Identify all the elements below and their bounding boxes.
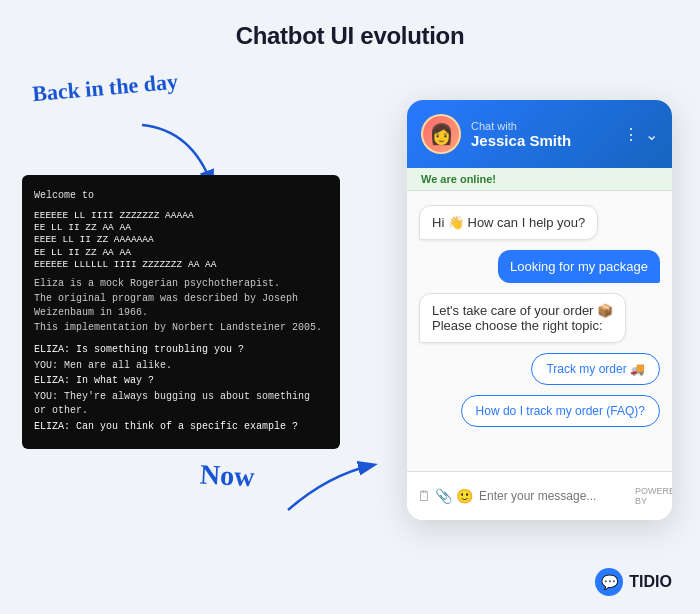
option-track-faq[interactable]: How do I track my order (FAQ)? [461, 395, 660, 427]
chat-messages: Hi 👋 How can I help you? Looking for my … [407, 191, 672, 471]
agent-name: Jessica Smith [471, 132, 613, 149]
terminal-dialog-5: ELIZA: Can you think of a specific examp… [34, 420, 328, 435]
terminal-ascii: EEEEEE LL IIII ZZZZZZZ AAAAA EE LL II ZZ… [34, 210, 328, 272]
chat-header: 👩 Chat with Jessica Smith ⋮ ⌄ [407, 100, 672, 168]
chat-header-info: Chat with Jessica Smith [471, 120, 613, 149]
attachment-icon[interactable]: 📎 [435, 488, 452, 504]
chat-input-icons: 🗒 📎 🙂 [417, 488, 473, 504]
arrow-now-icon [268, 455, 388, 525]
terminal-window: Welcome to EEEEEE LL IIII ZZZZZZZ AAAAA … [22, 175, 340, 449]
tidio-brand: 💬 TIDIO [595, 568, 672, 596]
tidio-icon: 💬 [595, 568, 623, 596]
option-track-order[interactable]: Track my order 🚚 [531, 353, 660, 385]
avatar: 👩 [421, 114, 461, 154]
emoji-icon[interactable]: 🙂 [456, 488, 473, 504]
menu-dots-icon[interactable]: ⋮ [623, 125, 639, 144]
terminal-dialog-1: ELIZA: Is something troubling you ? [34, 343, 328, 358]
message-input[interactable] [479, 489, 629, 503]
page-title: Chatbot UI evolution [0, 0, 700, 50]
terminal-desc: Eliza is a mock Rogerian psychotherapist… [34, 277, 328, 335]
emoji-sticker-icon[interactable]: 🗒 [417, 488, 431, 504]
powered-by: POWERED BY 🔵 TIDIO [635, 486, 672, 506]
terminal-dialog-4: YOU: They're always bugging us about som… [34, 390, 328, 419]
chat-input-area: 🗒 📎 🙂 POWERED BY 🔵 TIDIO ➤ [407, 471, 672, 520]
back-label: Back in the day [31, 69, 179, 108]
terminal-welcome: Welcome to [34, 189, 328, 204]
chat-with-label: Chat with [471, 120, 613, 132]
chat-header-icons: ⋮ ⌄ [623, 125, 658, 144]
tidio-brand-text: TIDIO [629, 573, 672, 591]
terminal-dialog-3: ELIZA: In what way ? [34, 374, 328, 389]
message-bot-greeting: Hi 👋 How can I help you? [419, 205, 598, 240]
message-user-package: Looking for my package [498, 250, 660, 283]
chevron-down-icon[interactable]: ⌄ [645, 125, 658, 144]
terminal-dialog-2: YOU: Men are all alike. [34, 359, 328, 374]
online-badge: We are online! [407, 168, 672, 191]
avatar-image: 👩 [423, 116, 459, 152]
chat-widget: 👩 Chat with Jessica Smith ⋮ ⌄ We are onl… [407, 100, 672, 520]
now-label: Now [199, 459, 255, 494]
message-bot-care: Let's take care of your order 📦Please ch… [419, 293, 626, 343]
